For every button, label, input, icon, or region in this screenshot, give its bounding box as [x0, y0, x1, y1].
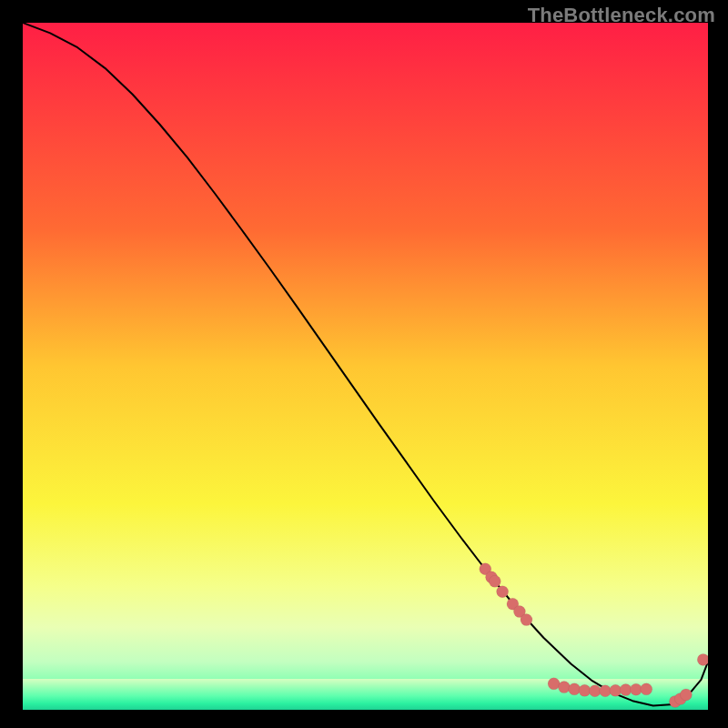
svg-point-15: [610, 684, 622, 696]
svg-point-18: [641, 683, 652, 695]
svg-point-10: [558, 682, 570, 693]
svg-point-22: [697, 653, 708, 665]
svg-point-17: [630, 683, 642, 695]
svg-point-8: [521, 614, 532, 626]
svg-point-21: [680, 689, 692, 701]
svg-point-16: [620, 684, 632, 696]
chart-plot-area: [23, 23, 708, 710]
chart-frame: TheBottleneck.com: [0, 0, 728, 728]
svg-point-9: [548, 678, 560, 690]
svg-point-11: [569, 683, 581, 695]
svg-point-12: [579, 684, 591, 696]
svg-point-4: [489, 575, 500, 587]
svg-rect-0: [23, 23, 708, 710]
svg-point-5: [497, 586, 509, 598]
chart-svg: [23, 23, 708, 710]
svg-point-14: [600, 685, 612, 697]
